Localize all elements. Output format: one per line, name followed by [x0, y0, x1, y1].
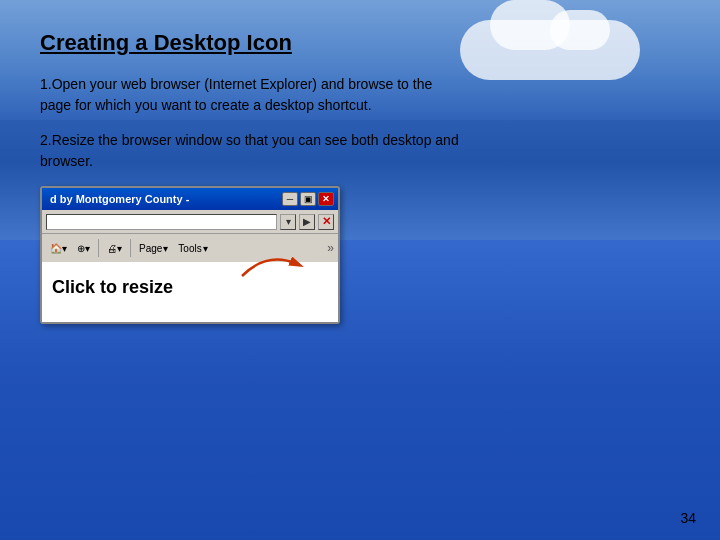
feeds-button[interactable]: ⊕▾: [73, 241, 94, 256]
click-to-resize-label: Click to resize: [52, 277, 173, 298]
page-button[interactable]: Page▾: [135, 241, 172, 256]
page-number: 34: [680, 510, 696, 526]
toolbar-separator-1: [98, 239, 99, 257]
close-button[interactable]: ✕: [318, 192, 334, 206]
address-input[interactable]: [46, 214, 277, 230]
browser-body: Click to resize: [42, 262, 338, 322]
browser-titlebar: d by Montgomery County - ─ ▣ ✕: [42, 188, 338, 210]
maximize-button[interactable]: ▣: [300, 192, 316, 206]
tools-button[interactable]: Tools▾: [174, 241, 211, 256]
print-button[interactable]: 🖨▾: [103, 241, 126, 256]
go-button[interactable]: ▾: [280, 214, 296, 230]
expand-toolbar-icon[interactable]: »: [327, 241, 334, 255]
browser-title-text: d by Montgomery County -: [46, 193, 189, 205]
home-button[interactable]: 🏠▾: [46, 241, 71, 256]
page-title: Creating a Desktop Icon: [40, 30, 680, 56]
step-1-text: 1.Open your web browser (Internet Explor…: [40, 74, 460, 116]
resize-arrow: [237, 246, 307, 282]
titlebar-buttons: ─ ▣ ✕: [282, 192, 334, 206]
page-button-label: Page: [139, 243, 162, 254]
toolbar-separator-2: [130, 239, 131, 257]
browser-window-mockup: d by Montgomery County - ─ ▣ ✕ ▾ ▶ ✕ 🏠▾ …: [40, 186, 340, 324]
step-2-text: 2.Resize the browser window so that you …: [40, 130, 460, 172]
tools-button-label: Tools: [178, 243, 201, 254]
content-area: Creating a Desktop Icon 1.Open your web …: [0, 0, 720, 540]
address-bar: ▾ ▶ ✕: [42, 210, 338, 234]
minimize-button[interactable]: ─: [282, 192, 298, 206]
go-button-2[interactable]: ▶: [299, 214, 315, 230]
stop-button[interactable]: ✕: [318, 214, 334, 230]
